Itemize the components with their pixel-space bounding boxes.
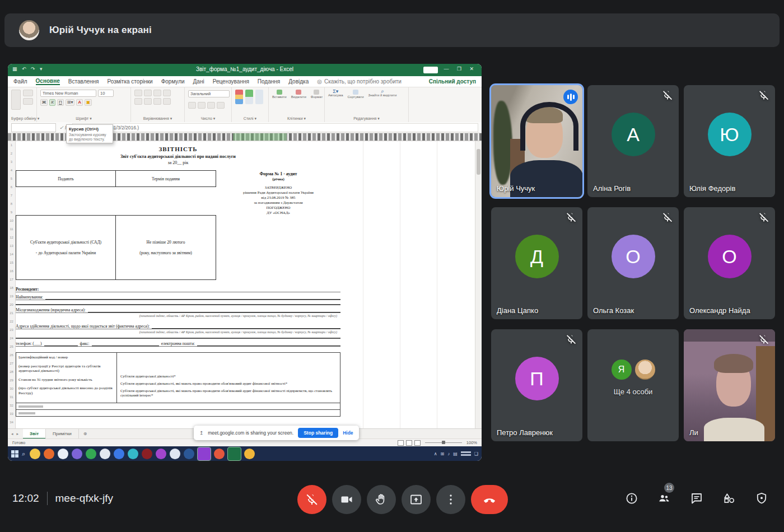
- doc-approved-line: за погодженням з Держстатом: [218, 200, 338, 205]
- overflow-avatar-initial: Я: [612, 360, 632, 380]
- raise-hand-button[interactable]: [367, 485, 396, 514]
- doc-registry-line: Суб'єкти аудиторської діяльності, які ма…: [120, 381, 338, 386]
- mic-muted-icon: [758, 90, 769, 101]
- microphone-button[interactable]: [297, 485, 326, 514]
- doc-term-body: Не пізніше 20 лютого(року, наступного за…: [115, 215, 216, 280]
- doc-term-header: Термін подання: [115, 170, 216, 187]
- participants-grid: Юрій ЧучукААліна РогівЮЮлія ФедорівДДіан…: [491, 85, 775, 441]
- ribbon-group-Вирівнювання: Вирівнювання ▾: [131, 87, 185, 122]
- doc-registry-table: Ідентифікаційний код / номер(номер реєст…: [16, 352, 340, 403]
- doc-submit-header: Подають: [16, 170, 115, 187]
- meeting-info: 12:02 mee-qfxk-jfy: [12, 492, 113, 505]
- stop-sharing-button: Stop sharing: [298, 428, 338, 438]
- excel-document: ЗВІТНІСТЬ Звіт суб'єкта аудиторської дія…: [16, 146, 340, 417]
- screen-share-tile[interactable]: ▦ ↶ ↷ ▾ Звіт_форма_№1_аудит_діюча - Exce…: [8, 64, 482, 461]
- taskbar-icon-app: [58, 449, 68, 459]
- doc-contacts-row: телефон: (___) факс: електронна пошта:: [16, 338, 340, 347]
- more-options-button[interactable]: [436, 485, 465, 514]
- taskbar-icon-app: [198, 447, 211, 460]
- doc-identity-lines: Ідентифікаційний код / номер(номер реєст…: [16, 353, 117, 403]
- doc-form-number-block: Форма № 1 - аудит (річна) ЗАТВЕРДЖЕНОріш…: [216, 170, 340, 215]
- ribbon-group-Число: ЗагальнийЧисло ▾: [185, 87, 232, 122]
- participant-tile-Діана Цапко[interactable]: ДДіана Цапко: [491, 207, 582, 319]
- activities-button[interactable]: [721, 491, 737, 506]
- overflow-avatar-photo: [635, 360, 655, 380]
- mic-muted-icon: [662, 212, 673, 223]
- excel-tab-Дані: Дані: [193, 78, 204, 85]
- taskbar-icon-app: [72, 449, 82, 459]
- participant-tile-Петро Лавренюк[interactable]: ППетро Лавренюк: [491, 329, 582, 441]
- doc-approved-line: ЗАТВЕРДЖЕНО: [218, 185, 338, 190]
- taskbar-search-icon: ⌕: [22, 450, 25, 458]
- doc-registry-line: Суб'єкти аудиторської діяльності*: [120, 374, 338, 379]
- doc-identity-line: (номер реєстрації у Реєстрі аудиторів та…: [18, 364, 114, 374]
- excel-window-controls: — ❐ ✕: [444, 66, 477, 72]
- doc-respondent-row: Респондент:: [16, 284, 340, 292]
- taskbar-icon-edge: [128, 449, 138, 459]
- taskbar-icon-app: [156, 449, 166, 459]
- excel-tab-Вставлення: Вставлення: [68, 78, 99, 85]
- presenting-banner: Юрій Чучук на екрані: [4, 13, 780, 47]
- chrome-share-toast: ↥ meet.google.com is sharing your screen…: [194, 426, 359, 440]
- share-toast-text: meet.google.com is sharing your screen.: [208, 430, 293, 436]
- chat-button[interactable]: [689, 491, 704, 506]
- presenting-banner-title: Юрій Чучук на екрані: [49, 13, 152, 47]
- excel-selected-columns: [233, 133, 287, 141]
- divider: [47, 492, 48, 505]
- tray-chevron-icon: ∧: [434, 451, 437, 456]
- mic-muted-icon: [566, 334, 577, 345]
- meeting-code: mee-qfxk-jfy: [55, 492, 113, 505]
- present-screen-button[interactable]: [402, 485, 431, 514]
- hide-toast-button: Hide: [343, 430, 353, 436]
- doc-submit-body: Суб'єкти аудиторської діяльності (САД)- …: [16, 215, 115, 280]
- panel-controls: 13: [624, 491, 769, 506]
- doc-activity-address-hint: (поштовий індекс, область / АР Крим, рай…: [16, 329, 340, 334]
- tray-notifications-icon: ❏: [474, 451, 478, 456]
- ribbon-group-Стилі: Стилі ▾: [232, 87, 269, 122]
- participant-tile-Олександр Найда[interactable]: ООлександр Найда: [684, 207, 775, 319]
- overflow-label: Ще 4 особи: [587, 388, 679, 396]
- mic-muted-icon: [566, 212, 577, 223]
- participant-tile-Ольга Козак[interactable]: ООльга Козак: [587, 207, 679, 319]
- excel-tab-Довідка: Довідка: [288, 78, 309, 85]
- camera-button[interactable]: [332, 485, 361, 514]
- participant-avatar: Д: [515, 235, 559, 278]
- excel-ribbon-tabs: ФайлОсновнеВставленняРозмітка сторінкиФо…: [8, 76, 482, 87]
- doc-name-row: Найменування:: [16, 292, 340, 300]
- excel-account-box: [423, 67, 438, 73]
- doc-submit-line: - до Аудиторської палати України: [18, 250, 114, 255]
- mic-muted-icon: [758, 212, 769, 223]
- participant-tile-Аліна Рогів[interactable]: ААліна Рогів: [587, 85, 679, 197]
- taskbar-icon-app: [214, 449, 225, 459]
- meeting-details-button[interactable]: [624, 491, 640, 506]
- participant-tile-Ли[interactable]: Ли: [684, 329, 775, 441]
- speaking-indicator-icon: [563, 90, 578, 104]
- participant-avatar: О: [708, 235, 752, 278]
- participant-tile-Юрій Чучук[interactable]: Юрій Чучук: [491, 85, 582, 197]
- doc-extra-row: [16, 410, 340, 417]
- participant-name: Діана Цапко: [497, 306, 538, 315]
- participant-name: Аліна Рогів: [593, 184, 631, 193]
- doc-subtitle: Звіт суб'єкта аудиторської діяльності пр…: [16, 154, 340, 159]
- excel-row-headers: 1234567891011121314151617181920212223242…: [8, 141, 16, 428]
- doc-approved-line: рішення Ради Аудиторської палати України: [218, 190, 338, 195]
- host-controls-button[interactable]: [754, 491, 769, 506]
- participant-tile-Юлія Федорів[interactable]: ЮЮлія Федорів: [684, 85, 775, 197]
- doc-identity-line: Станом на 31 грудня звітного року кількі…: [18, 377, 114, 382]
- tray-clock: [461, 451, 471, 456]
- excel-vertical-scrollbar: [475, 141, 482, 428]
- taskbar-icon-file-explorer: [30, 449, 40, 459]
- end-call-button[interactable]: [471, 485, 508, 514]
- participant-tile-Ще 4 особи[interactable]: ЯЩе 4 особи: [587, 329, 679, 441]
- excel-status-ready: Готово: [12, 440, 25, 445]
- excel-tab-Подання: Подання: [258, 78, 280, 85]
- mic-muted-icon: [758, 334, 769, 345]
- ribbon-group-Шрифт: Times New Roman10ЖКП⊞▾A▣Шрифт ▾: [37, 87, 131, 122]
- taskbar-icon-calculator: [100, 449, 110, 459]
- excel-tooltip: Курсив (Ctrl+I) Застосування курсиву до …: [66, 124, 113, 143]
- tray-volume-icon: ♪: [447, 451, 450, 456]
- participant-name: Петро Лавренюк: [497, 428, 553, 437]
- people-button[interactable]: 13: [656, 491, 672, 506]
- add-sheet-icon: ⊕: [79, 429, 92, 439]
- upload-icon: ↥: [199, 430, 203, 436]
